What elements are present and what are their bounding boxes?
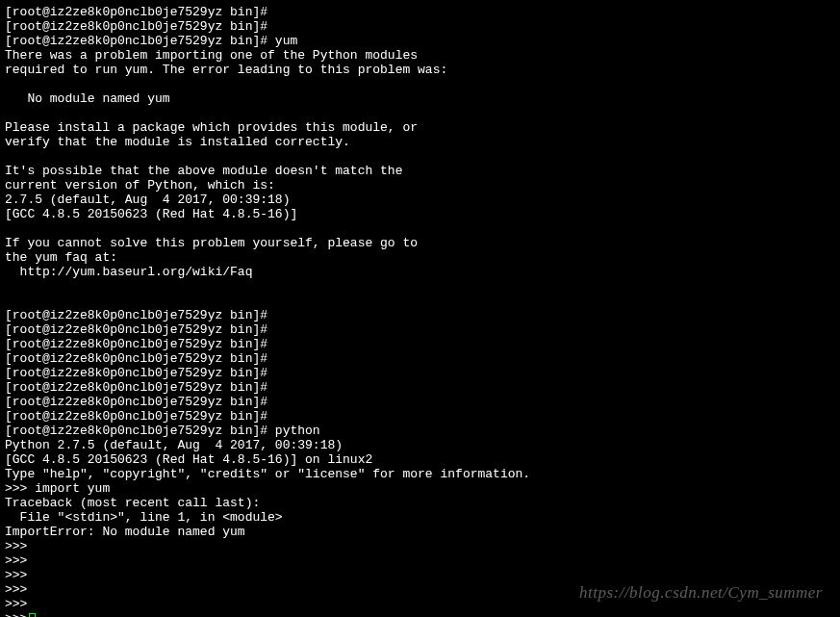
terminal-line: [root@iz2ze8k0p0nclb0je7529yz bin]# <box>5 409 835 424</box>
terminal-line: [root@iz2ze8k0p0nclb0je7529yz bin]# <box>5 351 835 366</box>
terminal-line: >>> <box>5 553 835 568</box>
terminal-line: If you cannot solve this problem yoursel… <box>5 236 835 250</box>
terminal-line: [root@iz2ze8k0p0nclb0je7529yz bin]# <box>5 308 835 322</box>
terminal-line: >>> <box>5 597 835 611</box>
terminal-line: No module named yum <box>5 91 835 106</box>
terminal-line: [root@iz2ze8k0p0nclb0je7529yz bin]# <box>5 380 835 395</box>
terminal-line: verify that the module is installed corr… <box>5 135 835 149</box>
terminal-line: [root@iz2ze8k0p0nclb0je7529yz bin]# <box>5 337 835 351</box>
terminal-line: [GCC 4.8.5 20150623 (Red Hat 4.8.5-16)] <box>5 207 835 221</box>
terminal-output[interactable]: [root@iz2ze8k0p0nclb0je7529yz bin]#[root… <box>5 5 835 617</box>
terminal-line: Traceback (most recent call last): <box>5 496 835 510</box>
terminal-line <box>5 221 835 236</box>
cursor <box>29 613 36 617</box>
terminal-line: >>> <box>5 582 835 597</box>
terminal-line: [root@iz2ze8k0p0nclb0je7529yz bin]# <box>5 366 835 380</box>
terminal-line: the yum faq at: <box>5 250 835 265</box>
terminal-line <box>5 77 835 91</box>
terminal-line: There was a problem importing one of the… <box>5 48 835 63</box>
terminal-line: [root@iz2ze8k0p0nclb0je7529yz bin]# <box>5 5 835 19</box>
terminal-line: current version of Python, which is: <box>5 178 835 193</box>
terminal-line: Python 2.7.5 (default, Aug 4 2017, 00:39… <box>5 438 835 452</box>
terminal-line: >>> <box>5 539 835 553</box>
terminal-line: [root@iz2ze8k0p0nclb0je7529yz bin]# <box>5 19 835 34</box>
terminal-line: ImportError: No module named yum <box>5 525 835 539</box>
terminal-line: >>> import yum <box>5 481 835 496</box>
terminal-line: required to run yum. The error leading t… <box>5 63 835 77</box>
terminal-line: [root@iz2ze8k0p0nclb0je7529yz bin]# yum <box>5 34 835 48</box>
terminal-line: [root@iz2ze8k0p0nclb0je7529yz bin]# <box>5 395 835 409</box>
terminal-line <box>5 279 835 294</box>
terminal-line: [GCC 4.8.5 20150623 (Red Hat 4.8.5-16)] … <box>5 452 835 467</box>
terminal-line: >>> <box>5 568 835 582</box>
terminal-line: Type "help", "copyright", "credits" or "… <box>5 467 835 481</box>
terminal-line: [root@iz2ze8k0p0nclb0je7529yz bin]# pyth… <box>5 424 835 438</box>
terminal-line: It's possible that the above module does… <box>5 164 835 178</box>
terminal-line <box>5 106 835 120</box>
terminal-line: Please install a package which provides … <box>5 120 835 135</box>
terminal-line: File "<stdin>", line 1, in <module> <box>5 510 835 525</box>
terminal-line: 2.7.5 (default, Aug 4 2017, 00:39:18) <box>5 193 835 207</box>
terminal-line: http://yum.baseurl.org/wiki/Faq <box>5 265 835 279</box>
terminal-line <box>5 294 835 308</box>
terminal-line: [root@iz2ze8k0p0nclb0je7529yz bin]# <box>5 322 835 337</box>
terminal-line <box>5 149 835 164</box>
terminal-line: >>> <box>5 611 835 617</box>
